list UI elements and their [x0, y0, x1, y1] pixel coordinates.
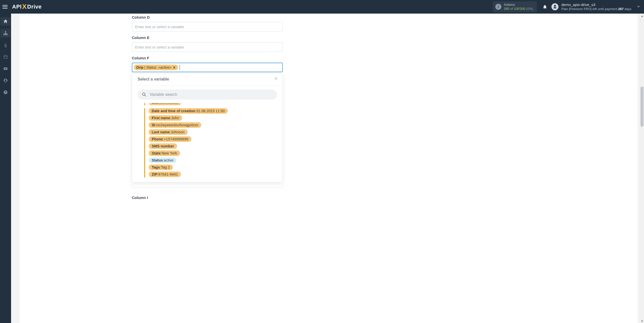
actions-label: Actions: [504, 3, 533, 7]
chevron-down-icon[interactable] [636, 5, 640, 9]
scrollbar-thumb[interactable] [640, 87, 643, 127]
variable-peek-row: date: 31.08.2023 [144, 103, 277, 105]
user-info[interactable]: demo_apix-drive_s3 Plan |Premium PRO| le… [561, 2, 632, 11]
input-column-d[interactable] [132, 22, 283, 31]
field-column-e: Column E [132, 35, 283, 52]
variable-item[interactable]: Status: active [149, 157, 176, 163]
variable-item[interactable]: Last name: Johnson [149, 129, 188, 135]
label-column-i: Column I [132, 195, 283, 200]
input-column-f[interactable]: Drip | Status: «active» ✕ [132, 63, 283, 72]
form-panel: Column D Column E Column F Drip | Status… [20, 14, 637, 323]
variable-item[interactable]: Date and time of creation: 31.08.2023 11… [149, 108, 228, 114]
variable-item[interactable]: SMS number [149, 143, 177, 149]
dropdown-title: Select a variable [138, 77, 169, 82]
sidebar-item-video[interactable] [1, 64, 11, 73]
plan-line: Plan |Premium PRO| left until payment 26… [561, 7, 632, 11]
app-header: APIXDrive i Actions: 385 of 100'000 (0%)… [0, 0, 644, 14]
notifications-icon[interactable] [542, 4, 547, 9]
variable-key: ZIP [152, 172, 157, 176]
main-sidebar: ? [0, 14, 11, 323]
variable-dropdown: Select a variable [132, 73, 283, 182]
variable-key: SMS number [152, 144, 174, 148]
variable-item[interactable]: State: New York [149, 150, 180, 156]
logo-text-api: API [12, 4, 22, 10]
field-column-f: Column F Drip | Status: «active» ✕ [132, 56, 283, 200]
variable-value: active [164, 158, 173, 162]
variable-search[interactable] [138, 90, 277, 100]
scroll-down-icon[interactable]: ▾ [640, 319, 644, 323]
variable-value: no2wyeew3zo5ovqgc0cm [156, 123, 198, 127]
variable-value: 31.08.2023 11:50 [196, 109, 225, 113]
info-icon: i [495, 4, 501, 10]
variable-item[interactable]: Tags: Tag 2 [149, 165, 173, 170]
variable-value: 87641-9441 [158, 172, 178, 176]
label-column-e: Column E [132, 35, 283, 40]
user-avatar-icon[interactable] [551, 3, 558, 10]
variable-value: Tag 2 [161, 165, 170, 169]
svg-text:?: ? [5, 91, 7, 94]
token-source: Drip [136, 65, 143, 69]
search-icon [142, 92, 147, 97]
variable-value: +15749999999 [164, 137, 188, 141]
username: demo_apix-drive_s3 [561, 2, 632, 7]
variable-item[interactable]: First name: John [149, 115, 182, 121]
sidebar-item-connections[interactable] [1, 29, 11, 37]
variable-value: Johnson [171, 130, 185, 134]
actions-of: of [510, 7, 513, 11]
variable-value: John [171, 116, 179, 120]
variable-list: Date and time of creation: 31.08.2023 11… [144, 108, 277, 178]
svg-point-7 [5, 79, 6, 80]
sidebar-item-help[interactable]: ? [1, 88, 11, 97]
svg-rect-3 [7, 34, 7, 35]
actions-total: 100'000 [514, 7, 526, 11]
svg-line-11 [145, 95, 146, 96]
actions-summary[interactable]: i Actions: 385 of 100'000 (0%) [493, 1, 537, 13]
variable-search-input[interactable] [150, 92, 273, 97]
variable-key: Status [152, 158, 163, 162]
variable-item[interactable]: Phone: +15749999999 [149, 136, 191, 142]
logo-text-x: X [22, 3, 27, 11]
actions-pct: (0%) [526, 7, 533, 11]
label-column-d: Column D [132, 15, 283, 19]
sidebar-item-home[interactable] [1, 17, 11, 26]
svg-point-10 [142, 93, 145, 95]
variable-key: Date and time of creation [152, 109, 195, 113]
variable-item[interactable]: ZIP: 87641-9441 [149, 172, 181, 177]
svg-rect-2 [5, 34, 6, 35]
input-below-dropdown[interactable] [132, 185, 283, 188]
actions-text: Actions: 385 of 100'000 (0%) [504, 3, 533, 11]
scrollbar[interactable]: ▴ ▾ [640, 14, 644, 323]
token-status[interactable]: Drip | Status: «active» ✕ [134, 65, 178, 70]
variable-key: Last name [152, 130, 170, 134]
sidebar-item-account[interactable] [1, 76, 11, 85]
menu-toggle[interactable] [3, 4, 9, 10]
label-column-f: Column F [132, 56, 283, 60]
variable-key: Tags [152, 165, 160, 169]
variable-item-peek[interactable]: date: 31.08.2023 [149, 103, 181, 105]
app-logo[interactable]: APIXDrive [12, 3, 42, 11]
token-value: «active» [158, 65, 171, 69]
token-field: Status: [146, 65, 157, 69]
variable-key: First name [152, 116, 170, 120]
sidebar-item-cases[interactable] [1, 53, 11, 61]
input-column-e[interactable] [132, 42, 283, 52]
svg-rect-0 [5, 31, 6, 32]
field-column-d: Column D [132, 15, 283, 31]
variable-key: Phone [152, 137, 163, 141]
variable-key: State [152, 151, 160, 155]
variable-key: ID [152, 123, 155, 127]
close-icon[interactable] [274, 76, 278, 82]
actions-count: 385 [504, 7, 509, 11]
page-canvas: Column D Column E Column F Drip | Status… [11, 14, 644, 323]
variable-item[interactable]: ID: no2wyeew3zo5ovqgc0cm [149, 122, 201, 128]
svg-rect-1 [4, 34, 5, 35]
logo-text-drive: Drive [27, 4, 42, 10]
scroll-up-icon[interactable]: ▴ [640, 14, 644, 18]
variable-value: New York [162, 151, 177, 155]
text-cursor [180, 65, 180, 70]
token-remove-icon[interactable]: ✕ [173, 66, 176, 69]
sidebar-item-billing[interactable] [1, 41, 11, 49]
